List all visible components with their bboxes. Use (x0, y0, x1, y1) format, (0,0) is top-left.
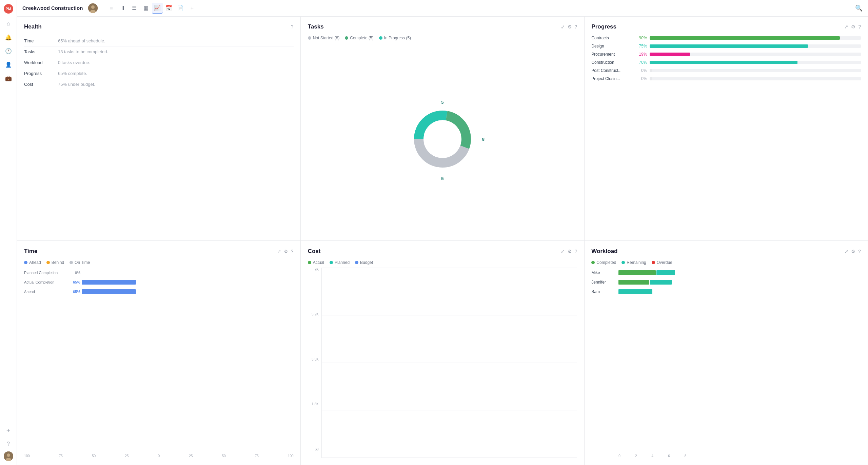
cost-y-18k: 1.8K (308, 402, 319, 406)
cost-grid-line-4 (322, 410, 577, 410)
time-help-icon[interactable]: ? (291, 249, 294, 254)
progress-label-post-construct: Post Construct... (591, 68, 632, 73)
workload-axis-labels: 0 2 4 6 8 (618, 454, 686, 458)
time-chart-area: Planned Completion 0% Actual Completion … (24, 270, 294, 458)
workload-help-icon[interactable]: ? (858, 249, 861, 254)
legend-dot-behind (46, 261, 50, 264)
workload-rows: Mike Jennifer Sam (591, 270, 861, 452)
progress-label-design: Design (591, 44, 632, 49)
progress-row-procurement: Procurement 19% (591, 52, 861, 57)
progress-bar-bg-post-construct (650, 69, 861, 72)
cost-y-7k: 7K (308, 268, 319, 271)
time-panel: Time ⤢ ⚙ ? Ahead Behind On Tim (17, 241, 301, 465)
health-table: Time 65% ahead of schedule. Tasks 13 tas… (24, 36, 294, 90)
time-axis-100-right: 100 (288, 454, 294, 458)
time-axis-75-right: 75 (255, 454, 259, 458)
nav-icon-columns[interactable]: ⏸ (117, 3, 128, 14)
progress-pct-post-construct: 0% (635, 68, 647, 73)
workload-gear-icon[interactable]: ⚙ (851, 249, 855, 254)
legend-planned: Planned (330, 260, 350, 265)
nav-icon-grid[interactable]: ▦ (140, 3, 151, 14)
legend-label-in-progress: In Progress (5) (384, 36, 411, 40)
workload-axis-0: 0 (618, 454, 620, 458)
workload-expand-icon[interactable]: ⤢ (844, 249, 848, 254)
progress-pct-procurement: 19% (635, 52, 647, 57)
time-expand-icon[interactable]: ⤢ (277, 249, 281, 254)
progress-controls: ⤢ ⚙ ? (844, 24, 861, 30)
sidebar-home-icon[interactable]: ⌂ (2, 18, 15, 30)
progress-expand-icon[interactable]: ⤢ (844, 24, 848, 30)
dashboard: Health ? Time 65% ahead of schedule. Tas… (17, 16, 868, 465)
time-axis-50-right: 50 (222, 454, 225, 458)
legend-dot-on-time (70, 261, 73, 264)
progress-panel: Progress ⤢ ⚙ ? Contracts 90% (584, 16, 868, 241)
time-title: Time (24, 248, 37, 255)
workload-name-sam: Sam (591, 289, 618, 294)
topbar-avatar[interactable] (88, 3, 98, 13)
nav-icon-list[interactable]: ≡ (106, 3, 117, 14)
time-label-actual: Actual Completion (24, 280, 68, 284)
nav-icon-rows[interactable]: ☰ (129, 3, 140, 14)
legend-behind: Behind (46, 260, 64, 265)
search-icon[interactable]: 🔍 (855, 4, 863, 12)
progress-gear-icon[interactable]: ⚙ (851, 24, 855, 30)
nav-icon-chart[interactable]: 📈 (152, 3, 163, 14)
tasks-expand-icon[interactable]: ⤢ (561, 24, 565, 30)
legend-dot-planned (330, 261, 333, 264)
progress-bar-fill-project-closing (650, 77, 652, 80)
time-label-ahead: Ahead (24, 290, 68, 294)
time-legend: Ahead Behind On Time (24, 260, 294, 265)
workload-bars-sam (618, 289, 652, 294)
tasks-donut-chart: 5 8 5 (308, 44, 577, 234)
time-controls: ⤢ ⚙ ? (277, 249, 294, 254)
sidebar-people-icon[interactable]: 👤 (2, 58, 15, 71)
sidebar-briefcase-icon[interactable]: 💼 (2, 72, 15, 84)
progress-pct-contracts: 90% (635, 36, 647, 40)
progress-label-construction: Construction (591, 60, 632, 65)
time-bar-ahead (82, 289, 136, 294)
legend-dot-in-progress (379, 36, 382, 40)
cost-gear-icon[interactable]: ⚙ (568, 249, 572, 254)
health-help-icon[interactable]: ? (291, 24, 294, 30)
sidebar-avatar[interactable] (4, 451, 13, 461)
cost-help-icon[interactable]: ? (575, 249, 577, 254)
legend-dot-overdue (652, 261, 655, 264)
cost-expand-icon[interactable]: ⤢ (561, 249, 565, 254)
time-axis-50-left: 50 (92, 454, 96, 458)
cost-controls: ⤢ ⚙ ? (561, 249, 577, 254)
cost-y-axis: 7K 5.2K 3.5K 1.8K $0 (308, 268, 321, 458)
time-axis-75-left: 75 (59, 454, 63, 458)
sidebar-bell-icon[interactable]: 🔔 (2, 31, 15, 43)
main-container: Creekwood Construction ≡ ⏸ ☰ ▦ 📈 📅 📄 + 🔍… (17, 0, 868, 465)
sidebar-clock-icon[interactable]: 🕐 (2, 45, 15, 57)
progress-help-icon[interactable]: ? (858, 24, 861, 30)
workload-axis-8: 8 (685, 454, 687, 458)
progress-label-contracts: Contracts (591, 36, 632, 40)
health-row-cost: Cost 75% under budget. (24, 79, 294, 90)
sidebar-add-icon[interactable]: + (2, 424, 15, 437)
legend-dot-remaining (622, 261, 625, 264)
progress-row-construction: Construction 70% (591, 60, 861, 65)
time-gear-icon[interactable]: ⚙ (284, 249, 288, 254)
legend-budget: Budget (355, 260, 373, 265)
legend-dot-complete (345, 36, 348, 40)
workload-row-mike: Mike (591, 270, 861, 275)
sidebar-help-icon[interactable]: ? (2, 438, 15, 450)
progress-row-design: Design 75% (591, 44, 861, 49)
time-value-ahead: 65% (68, 290, 80, 294)
legend-label-complete: Complete (5) (350, 36, 373, 40)
time-row-actual: Actual Completion 65% (24, 280, 294, 285)
progress-bar-bg-construction (650, 61, 861, 64)
nav-icon-calendar[interactable]: 📅 (163, 3, 174, 14)
legend-dot-ahead (24, 261, 27, 264)
nav-icon-doc[interactable]: 📄 (175, 3, 186, 14)
sidebar: PM ⌂ 🔔 🕐 👤 💼 + ? (0, 0, 17, 465)
workload-remaining-bar-mike (656, 270, 675, 275)
nav-icon-add[interactable]: + (186, 3, 197, 14)
tasks-title: Tasks (308, 23, 324, 30)
tasks-help-icon[interactable]: ? (575, 24, 577, 30)
tasks-gear-icon[interactable]: ⚙ (568, 24, 572, 30)
workload-row-jennifer: Jennifer (591, 280, 861, 285)
cost-title: Cost (308, 248, 321, 255)
cost-grid-line-2 (322, 315, 577, 315)
